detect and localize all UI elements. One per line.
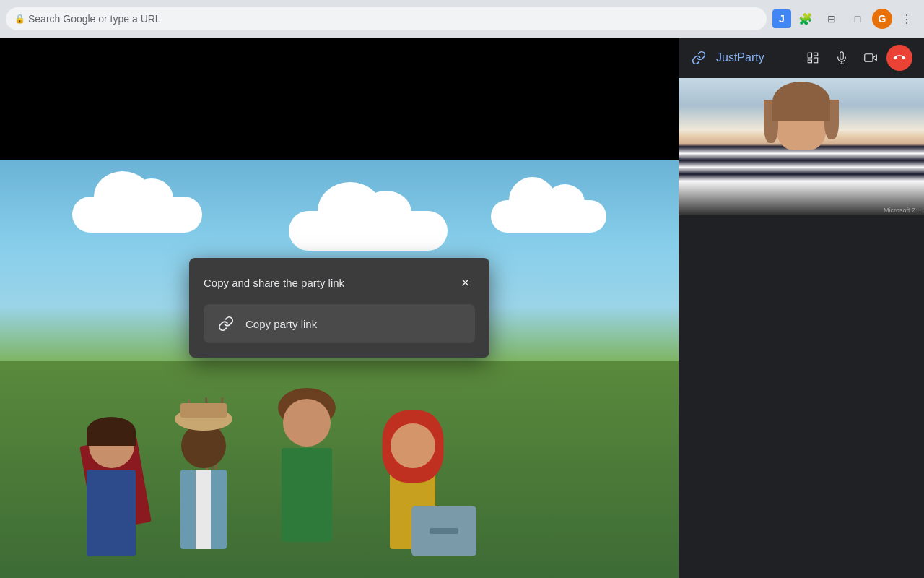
window-icon[interactable]: □: [846, 7, 869, 30]
end-call-button[interactable]: [886, 45, 912, 71]
chrome-menu-icon[interactable]: ⋮: [895, 7, 918, 30]
puzzle-icon: 🧩: [798, 12, 813, 26]
extensions-icon[interactable]: 🧩: [794, 7, 817, 30]
share-dialog-overlay: Copy and share the party link ✕ Copy par…: [0, 38, 679, 578]
svg-rect-3: [808, 60, 811, 63]
menu-dots-icon: ⋮: [901, 12, 912, 26]
share-dialog: Copy and share the party link ✕ Copy par…: [189, 258, 489, 358]
link-icon: [218, 316, 234, 332]
layout-button[interactable]: [800, 45, 826, 71]
video-content: Copy and share the party link ✕ Copy par…: [0, 38, 679, 578]
extension-j-icon[interactable]: J: [772, 9, 791, 28]
close-icon: ✕: [461, 276, 470, 290]
browser-icons: J 🧩 ⊟ □ G ⋮: [772, 7, 918, 30]
copy-party-link-button[interactable]: Copy party link: [204, 304, 475, 343]
dialog-title: Copy and share the party link: [204, 277, 344, 289]
sidebar-controls: [800, 45, 912, 71]
main-area: Copy and share the party link ✕ Copy par…: [0, 38, 924, 578]
omnibox[interactable]: 🔒 Search Google or type a URL: [6, 7, 767, 30]
sidebar-header: JustParty: [679, 38, 924, 78]
copy-link-text: Copy party link: [245, 318, 317, 330]
lock-icon: 🔒: [14, 14, 25, 24]
dialog-close-button[interactable]: ✕: [455, 272, 475, 293]
cast-icon[interactable]: ⊟: [820, 7, 843, 30]
window-icon-glyph: □: [855, 13, 860, 25]
justparty-title: JustParty: [716, 51, 791, 64]
microphone-button[interactable]: [829, 45, 855, 71]
camera-button[interactable]: [858, 45, 884, 71]
justparty-link-icon: [690, 49, 707, 66]
browser-chrome: 🔒 Search Google or type a URL J 🧩 ⊟ □ G …: [0, 0, 924, 38]
dialog-header: Copy and share the party link ✕: [204, 272, 475, 293]
omnibox-text: Search Google or type a URL: [28, 13, 161, 25]
video-watermark: Microsoft Z...: [884, 207, 921, 214]
sidebar-bottom: [679, 215, 924, 578]
user-avatar[interactable]: G: [872, 9, 892, 29]
right-sidebar: JustParty: [679, 38, 924, 578]
svg-rect-2: [814, 58, 818, 63]
svg-rect-0: [808, 53, 811, 58]
cast-icon-glyph: ⊟: [827, 13, 836, 25]
participant-video: Microsoft Z...: [679, 78, 924, 215]
svg-rect-7: [865, 54, 873, 62]
svg-rect-1: [814, 53, 818, 56]
svg-marker-6: [873, 55, 876, 61]
